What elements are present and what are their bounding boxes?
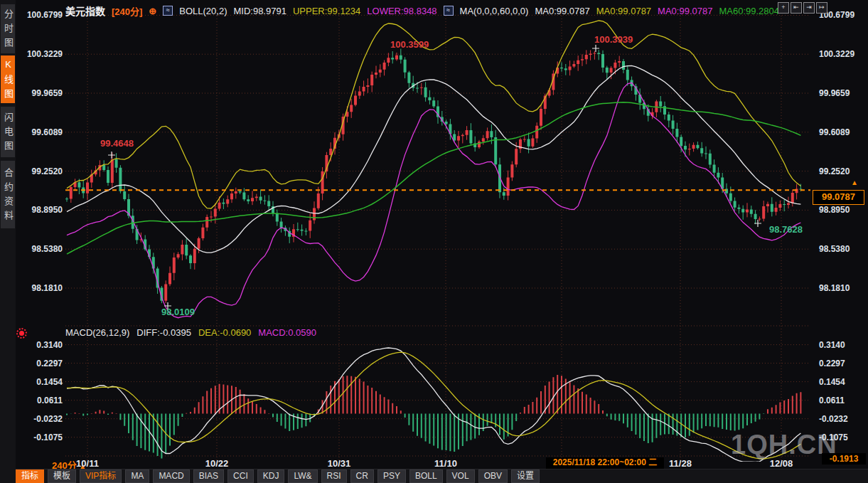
price-axis-label: 98.1810 xyxy=(18,283,63,293)
toolbar-lw-button[interactable]: LW& xyxy=(288,469,317,483)
price-axis-label: 98.1810 xyxy=(819,283,866,293)
boll-lower-value: LOWER:98.8348 xyxy=(367,6,436,16)
ma-indicator-icon[interactable]: ≈ xyxy=(444,6,454,16)
boll-upper-value: UPPER:99.1234 xyxy=(293,6,360,16)
price-axis-label: 99.9659 xyxy=(819,88,866,98)
macd-axis-label: 0.3140 xyxy=(819,340,866,350)
toolbar-indicators-button[interactable]: 指标 xyxy=(16,469,44,483)
macd-dea-value: DEA:-0.0690 xyxy=(198,327,251,338)
x-axis-date: 10/11 xyxy=(70,458,105,469)
macd-axis-label: -0.1075 xyxy=(18,432,63,442)
macd-title: MACD(26,12,9) xyxy=(65,327,129,338)
indicator-header: 美元指数 [240分] ⊕ ≈ BOLL(20,2) MID:98.9791 U… xyxy=(65,4,779,18)
x-axis-date: 10/31 xyxy=(321,458,357,469)
macd-axis-label: -0.0232 xyxy=(18,414,63,424)
price-axis-label: 99.2520 xyxy=(819,166,866,176)
indicator-toolbar: 指标 模板 VIP指标 MA MACD BIAS CCI KDJ LW& RSI… xyxy=(16,469,868,483)
last-price-tag: 99.0787 xyxy=(813,190,864,205)
sidebar: 分时图 K线图 闪电图 合约资料 xyxy=(0,0,16,483)
toolbar-obv-button[interactable]: OBV xyxy=(478,469,508,483)
high-annotation: 100.3939 xyxy=(594,34,633,45)
macd-axis-label: -0.1075 xyxy=(819,432,866,442)
x-axis-date: 10/22 xyxy=(199,458,235,469)
macd-cursor-value: -0.1913 xyxy=(822,453,866,465)
macd-axis-label: 0.0611 xyxy=(819,396,866,405)
boll-indicator-icon[interactable]: ≈ xyxy=(163,6,173,16)
macd-axis-label: 0.0611 xyxy=(18,396,63,405)
price-axis-label: 100.3229 xyxy=(18,49,63,59)
sidebar-tab-contract-info[interactable]: 合约资料 xyxy=(1,161,15,228)
toolbar-template-button[interactable]: 模板 xyxy=(48,469,76,483)
cursor-date-readout: 2025/11/18 22:00~02:00 二 xyxy=(546,457,664,469)
toolbar-macd-button[interactable]: MACD xyxy=(153,469,189,483)
macd-axis-label: 0.2297 xyxy=(18,359,63,368)
low-annotation: 98.0109 xyxy=(161,307,195,317)
low-annotation: 98.7628 xyxy=(769,224,803,235)
toolbar-kdj-button[interactable]: KDJ xyxy=(257,469,285,483)
sidebar-tab-lightning-chart[interactable]: 闪电图 xyxy=(1,107,15,157)
x-axis-date: 11/28 xyxy=(663,458,698,469)
shift-right-icon[interactable]: ↦ xyxy=(816,2,827,14)
toolbar-cci-button[interactable]: CCI xyxy=(227,469,254,483)
toolbar-rsi-button[interactable]: RSI xyxy=(321,469,347,483)
expand-x-icon[interactable]: ⇥ xyxy=(803,2,815,14)
toolbar-ma-button[interactable]: MA xyxy=(125,469,149,483)
macd-diff-value: DIFF:-0.0395 xyxy=(136,327,191,338)
macd-axis-label: 0.3140 xyxy=(18,340,63,350)
period-badge[interactable]: [240分] xyxy=(112,4,142,18)
toolbar-vol-button[interactable]: VOL xyxy=(446,469,475,483)
boll-mid-value: MID:98.9791 xyxy=(233,6,286,16)
macd-axis-label: 0.2297 xyxy=(819,359,866,368)
symbol-name: 美元指数 xyxy=(65,4,105,18)
trading-app-window: 1QH.CN 分时图 K线图 闪电图 合约资料 美元指数 [240分] ⊕ ≈ … xyxy=(0,0,868,483)
toolbar-psy-button[interactable]: PSY xyxy=(377,469,406,483)
toolbar-vip-indicators-button[interactable]: VIP指标 xyxy=(80,469,122,483)
macd-axis-label: -0.0232 xyxy=(819,414,866,424)
ma0-magenta-value: MA0:99.0787 xyxy=(658,6,712,16)
ma60-value: MA60:99.2804 xyxy=(719,6,779,16)
attach-icon[interactable]: ⊕ xyxy=(149,6,156,16)
chart-window-buttons: + ⇤ ⇥ ↦ xyxy=(778,2,827,14)
price-axis-label: 99.2520 xyxy=(18,166,63,176)
compress-x-icon[interactable]: ⇤ xyxy=(791,2,802,14)
candlestick-chart[interactable] xyxy=(0,0,868,483)
ma0-white-value: MA0:99.0787 xyxy=(535,6,589,16)
toolbar-bias-button[interactable]: BIAS xyxy=(193,469,224,483)
price-axis-label: 99.6089 xyxy=(819,127,866,137)
x-axis-date: 11/10 xyxy=(428,458,464,469)
price-axis-label: 98.5380 xyxy=(18,244,63,254)
macd-macd-value: MACD:0.0590 xyxy=(258,327,316,338)
last-price-arrow-icon: ▲ xyxy=(851,179,858,186)
price-axis-label: 100.6799 xyxy=(18,10,63,20)
ma0-yellow-value: MA0:99.0787 xyxy=(596,6,651,16)
x-axis-date: 12/08 xyxy=(763,458,799,469)
macd-axis-label: 0.1454 xyxy=(819,377,866,387)
sidebar-tab-time-chart[interactable]: 分时图 xyxy=(1,4,15,53)
boll-label: BOLL(20,2) xyxy=(179,6,227,16)
toolbar-boll-button[interactable]: BOLL xyxy=(409,469,443,483)
price-axis-label: 99.9659 xyxy=(18,88,63,98)
toolbar-settings-button[interactable]: 设置 xyxy=(511,469,540,483)
sidebar-tab-kline-chart[interactable]: K线图 xyxy=(1,55,15,103)
price-axis-label: 98.5380 xyxy=(819,244,866,254)
high-annotation: 99.4648 xyxy=(100,138,134,149)
macd-axis-label: 0.1454 xyxy=(18,377,63,387)
price-axis-label: 100.3229 xyxy=(819,49,866,59)
price-axis-label: 98.8950 xyxy=(819,205,866,215)
macd-header: MACD(26,12,9) DIFF:-0.0395 DEA:-0.0690 M… xyxy=(65,327,316,338)
price-axis-label: 99.6089 xyxy=(18,127,63,137)
toolbar-cr-button[interactable]: CR xyxy=(350,469,374,483)
move-icon[interactable]: + xyxy=(778,2,789,14)
ma-label: MA(0,0,0,60,0,0) xyxy=(460,6,529,16)
price-axis-label: 98.8950 xyxy=(18,205,63,215)
indicator-marker-icon xyxy=(16,328,27,339)
high-annotation: 100.3599 xyxy=(390,39,429,50)
